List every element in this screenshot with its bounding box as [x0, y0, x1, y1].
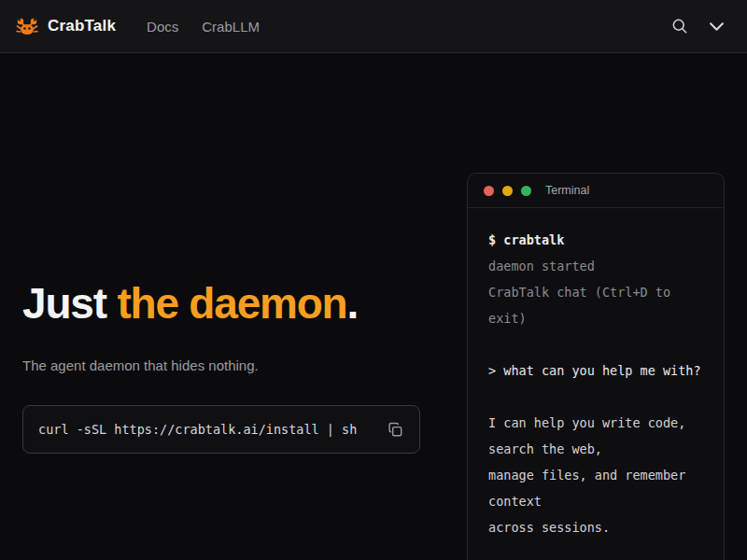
top-navbar: CrabTalk Docs CrabLLM: [0, 0, 747, 53]
terminal-body: $ crabtalkdaemon startedCrabTalk chat (C…: [468, 208, 724, 559]
terminal-header[interactable]: Terminal: [468, 174, 724, 208]
terminal-window: Terminal $ crabtalkdaemon startedCrabTal…: [467, 173, 725, 560]
terminal-line: across sessions.: [488, 514, 703, 540]
navbar-right: [669, 15, 726, 37]
minimize-window-dot[interactable]: [502, 186, 513, 196]
install-command-text: curl -sSL https://crabtalk.ai/install | …: [38, 422, 385, 437]
terminal-line: $ crabtalk: [488, 227, 703, 253]
brand-logo[interactable]: CrabTalk: [16, 17, 116, 36]
copy-icon: [387, 421, 404, 439]
copy-command-button[interactable]: [385, 419, 406, 441]
search-icon: [670, 17, 689, 35]
terminal-line: > what can you help me with?: [488, 357, 703, 384]
terminal-line: search the web,: [488, 436, 703, 462]
install-command-block: curl -sSL https://crabtalk.ai/install | …: [22, 405, 420, 454]
terminal-line: CrabTalk chat (Ctrl+D to: [488, 279, 703, 305]
close-window-dot[interactable]: [484, 186, 494, 196]
terminal-line: manage files, and remember: [488, 462, 703, 488]
menu-expand-button[interactable]: [707, 20, 726, 34]
crab-icon: [16, 17, 38, 36]
terminal-line: [488, 384, 703, 410]
title-suffix: .: [347, 279, 359, 328]
title-prefix: Just: [22, 279, 117, 328]
nav-link-docs[interactable]: Docs: [147, 19, 178, 35]
terminal-title: Terminal: [545, 184, 589, 197]
terminal-line: I can help you write code,: [488, 410, 703, 436]
title-highlight: the daemon: [117, 279, 346, 328]
zoom-window-dot[interactable]: [521, 186, 531, 196]
search-button[interactable]: [669, 15, 691, 37]
nav-links: Docs CrabLLM: [147, 19, 260, 35]
terminal-line: context: [488, 488, 703, 514]
terminal-line: daemon started: [488, 253, 703, 279]
terminal-line: exit): [488, 305, 703, 331]
hero-subtitle: The agent daemon that hides nothing.: [22, 357, 259, 373]
nav-link-crabllm[interactable]: CrabLLM: [202, 19, 260, 35]
brand-name: CrabTalk: [48, 17, 116, 35]
page-title: Just the daemon.: [22, 279, 358, 329]
terminal-line: [488, 331, 703, 357]
chevron-down-icon: [709, 21, 725, 32]
window-controls: [484, 186, 531, 196]
